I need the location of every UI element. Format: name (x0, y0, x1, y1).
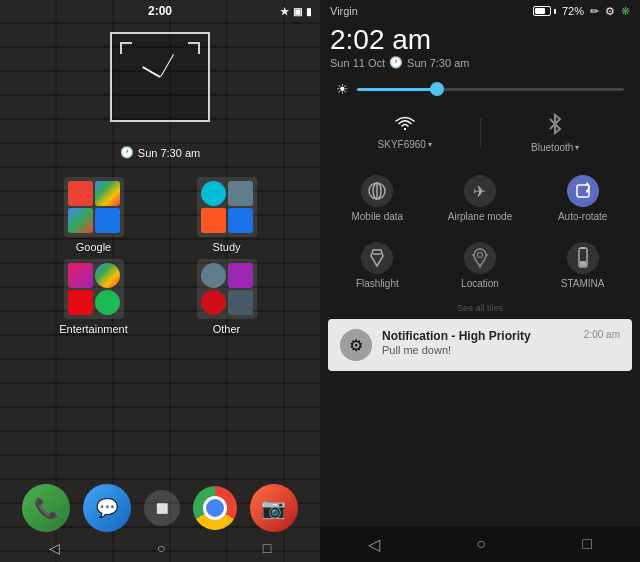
bt-chevron: ▾ (575, 143, 579, 152)
battery-body (533, 6, 551, 16)
stamina-label: STAMINA (561, 278, 605, 289)
google-folder[interactable]: Google (30, 177, 157, 253)
dots-widget: ⬜ (144, 490, 180, 526)
wifi-bt-row: SKYF6960 ▾ Bluetooth ▾ (320, 103, 640, 163)
mobile-data-icon (361, 175, 393, 207)
bluetooth-icon (547, 113, 563, 140)
gmail-mini (68, 181, 93, 206)
wifi-chevron: ▾ (428, 140, 432, 149)
airplane-icon: ✈ (464, 175, 496, 207)
brightness-slider[interactable] (357, 88, 624, 91)
pencil-icon: ✏ (590, 5, 599, 18)
notification-shade: Virgin 72% ✏ ⚙ ❋ 2:02 am Sun 11 Oct 🕐 Su… (320, 0, 640, 562)
left-status-bar: 2:00 ★ ▣ ▮ (0, 0, 320, 22)
brightness-thumb (430, 82, 444, 96)
study-folder-label: Study (212, 241, 240, 253)
notification-card[interactable]: ⚙ Notification - High Priority Pull me d… (328, 319, 632, 371)
app-grid: Google Study Entertainment (0, 169, 320, 343)
settings-status-icon[interactable]: ⚙ (605, 5, 615, 18)
shade-date: Sun 11 Oct (330, 57, 385, 69)
more-tiles-text: See all tiles (457, 303, 503, 313)
photos-mini (95, 263, 120, 288)
alarm-date-icon: 🕐 (389, 56, 403, 69)
wifi-name: SKYF6960 (378, 139, 426, 150)
shade-alarm-time: Sun 7:30 am (407, 57, 469, 69)
location-tile[interactable]: Location (431, 234, 530, 297)
svg-point-10 (477, 253, 482, 258)
left-star-icon: ★ (280, 6, 289, 17)
clock-hands (130, 47, 190, 107)
study-folder[interactable]: Study (163, 177, 290, 253)
minute-hand (160, 54, 174, 77)
other-folder-label: Other (213, 323, 241, 335)
battery-indicator (533, 6, 556, 16)
flashlight-tile[interactable]: Flashlight (328, 234, 427, 297)
time-block: 2:02 am Sun 11 Oct 🕐 Sun 7:30 am (320, 22, 640, 75)
notif-avatar-icon: ⚙ (349, 336, 363, 355)
clock-face (110, 32, 210, 122)
right-nav-bar: ◁ ○ □ (320, 526, 640, 562)
wifi-toggle[interactable]: SKYF6960 ▾ (330, 110, 480, 156)
notif-content: Notification - High Priority Pull me dow… (382, 329, 574, 356)
wifi-icon (394, 116, 416, 137)
phone-app[interactable]: 📞 (22, 484, 70, 532)
location-icon (464, 242, 496, 274)
more-mini (228, 290, 253, 315)
svg-rect-12 (580, 247, 586, 249)
left-time: 2:00 (0, 4, 320, 18)
shade-date-row: Sun 11 Oct 🕐 Sun 7:30 am (330, 56, 630, 69)
home-button[interactable]: ○ (157, 540, 165, 556)
cal-mini (201, 208, 226, 233)
auto-rotate-label: Auto-rotate (558, 211, 607, 222)
brightness-icon: ☀ (336, 81, 349, 97)
entertainment-folder[interactable]: Entertainment (30, 259, 157, 335)
ent-folder-icon (64, 259, 124, 319)
auto-rotate-icon (567, 175, 599, 207)
right-status-icons: 72% ✏ ⚙ ❋ (533, 5, 630, 18)
back-button[interactable]: ◁ (49, 540, 60, 556)
camera-app[interactable]: 📷 (250, 484, 298, 532)
left-alarm-info: 🕐 Sun 7:30 am (0, 146, 320, 159)
bluetooth-toggle[interactable]: Bluetooth ▾ (481, 107, 631, 159)
chrome-app[interactable] (193, 486, 237, 530)
spotify-mini (95, 290, 120, 315)
right-back-button[interactable]: ◁ (368, 535, 380, 554)
bt-name: Bluetooth (531, 142, 573, 153)
clock-widget[interactable] (100, 32, 220, 142)
location-label: Location (461, 278, 499, 289)
music-mini (68, 263, 93, 288)
mobile-data-tile[interactable]: Mobile data (328, 167, 427, 230)
ent-folder-label: Entertainment (59, 323, 127, 335)
flashlight-icon (361, 242, 393, 274)
airplane-tile[interactable]: ✈ Airplane mode (431, 167, 530, 230)
bt-label-row: Bluetooth ▾ (531, 142, 579, 153)
settings-mini (201, 263, 226, 288)
download-mini (201, 181, 226, 206)
notif-title: Notification - High Priority (382, 329, 574, 343)
other-folder[interactable]: Other (163, 259, 290, 335)
stamina-tile[interactable]: STAMINA (533, 234, 632, 297)
dots-icon: ⬜ (156, 503, 168, 514)
hash-mini (228, 263, 253, 288)
left-signal-icon: ▣ (293, 6, 302, 17)
left-battery-icon: ▮ (306, 6, 312, 17)
auto-rotate-tile[interactable]: Auto-rotate (533, 167, 632, 230)
messages-app[interactable]: 💬 (83, 484, 131, 532)
drive-mini (95, 181, 120, 206)
google-folder-icon (64, 177, 124, 237)
flashlight-label: Flashlight (356, 278, 399, 289)
mobile-data-label: Mobile data (351, 211, 403, 222)
messages-icon: 💬 (96, 497, 118, 519)
airplane-label: Airplane mode (448, 211, 512, 222)
recents-button[interactable]: □ (263, 540, 271, 556)
right-recents-button[interactable]: □ (582, 535, 592, 553)
right-home-button[interactable]: ○ (476, 535, 486, 553)
maps-mini (68, 208, 93, 233)
svg-marker-4 (371, 250, 383, 266)
quick-settings-grid: Mobile data ✈ Airplane mode Auto-rotate (320, 163, 640, 301)
phone-icon: 📞 (34, 496, 59, 520)
other-folder-icon (197, 259, 257, 319)
home-screen: 2:00 ★ ▣ ▮ 🕐 Sun 7:30 am (0, 0, 320, 562)
xperia-icon: ❋ (621, 5, 630, 18)
shade-time: 2:02 am (330, 26, 630, 54)
